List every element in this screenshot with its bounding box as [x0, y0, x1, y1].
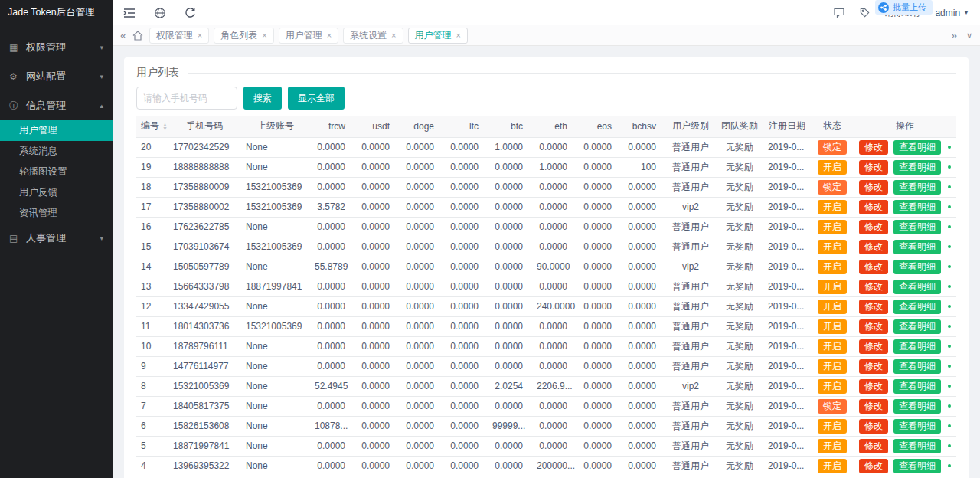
view-detail-button[interactable]: 查看明细	[893, 359, 941, 374]
edit-button[interactable]: 修改	[859, 419, 888, 434]
clipped-action-button[interactable]	[948, 464, 951, 467]
clipped-action-button[interactable]	[948, 305, 951, 308]
batch-upload-button[interactable]: 批量上传	[875, 0, 933, 15]
sidebar-item[interactable]: ▦权限管理▾	[0, 33, 113, 62]
sidebar-item[interactable]: ⚙网站配置▾	[0, 62, 113, 91]
view-detail-button[interactable]: 查看明细	[893, 140, 941, 155]
clipped-action-button[interactable]	[948, 285, 951, 288]
home-icon[interactable]	[132, 31, 143, 41]
sort-icon[interactable]: ▲▼	[162, 123, 168, 130]
status-toggle-button[interactable]: 开启	[818, 160, 847, 175]
clipped-action-button[interactable]	[948, 146, 951, 149]
language-globe-icon[interactable]	[154, 7, 166, 19]
clipped-action-button[interactable]	[948, 205, 951, 208]
edit-button[interactable]: 修改	[859, 339, 888, 354]
status-toggle-button[interactable]: 开启	[818, 379, 847, 394]
sidebar-item[interactable]: ⓘ信息管理▴	[0, 91, 113, 120]
edit-button[interactable]: 修改	[859, 240, 888, 254]
search-button[interactable]: 搜索	[243, 87, 282, 110]
clipped-action-button[interactable]	[948, 365, 951, 368]
status-toggle-button[interactable]: 锁定	[818, 140, 847, 155]
tabs-scroll-right-icon[interactable]: »	[951, 30, 957, 41]
tab[interactable]: 用户管理×	[408, 28, 468, 44]
clipped-action-button[interactable]	[948, 185, 951, 188]
sidebar-subitem[interactable]: 轮播图设置	[0, 162, 113, 182]
status-toggle-button[interactable]: 开启	[818, 339, 847, 354]
clipped-action-button[interactable]	[948, 385, 951, 388]
view-detail-button[interactable]: 查看明细	[893, 160, 941, 175]
status-toggle-button[interactable]: 开启	[818, 419, 847, 434]
edit-button[interactable]: 修改	[859, 220, 888, 234]
status-toggle-button[interactable]: 开启	[818, 280, 847, 294]
status-toggle-button[interactable]: 开启	[818, 240, 847, 254]
phone-search-input[interactable]	[136, 87, 237, 110]
message-icon[interactable]	[833, 7, 845, 18]
clipped-action-button[interactable]	[948, 404, 951, 408]
status-toggle-button[interactable]: 开启	[818, 260, 847, 274]
view-detail-button[interactable]: 查看明细	[893, 180, 941, 195]
view-detail-button[interactable]: 查看明细	[893, 399, 941, 414]
close-icon[interactable]: ×	[391, 31, 396, 40]
clipped-action-button[interactable]	[948, 325, 951, 328]
tabs-menu-icon[interactable]: ∨	[966, 31, 972, 40]
tag-icon[interactable]	[859, 7, 871, 18]
clipped-action-button[interactable]	[948, 424, 951, 427]
sidebar-item[interactable]: ▤人事管理▾	[0, 224, 113, 253]
tab[interactable]: 角色列表×	[214, 28, 273, 44]
edit-button[interactable]: 修改	[859, 359, 888, 374]
edit-button[interactable]: 修改	[859, 260, 888, 274]
view-detail-button[interactable]: 查看明细	[893, 200, 941, 214]
sidebar-subitem[interactable]: 用户管理	[0, 120, 113, 141]
close-icon[interactable]: ×	[327, 31, 332, 40]
sidebar-subitem[interactable]: 系统消息	[0, 141, 113, 162]
edit-button[interactable]: 修改	[859, 280, 888, 294]
view-detail-button[interactable]: 查看明细	[893, 439, 941, 453]
status-toggle-button[interactable]: 开启	[818, 459, 847, 473]
clipped-action-button[interactable]	[948, 265, 951, 268]
tab[interactable]: 权限管理×	[149, 28, 209, 44]
status-toggle-button[interactable]: 锁定	[818, 180, 847, 195]
edit-button[interactable]: 修改	[859, 180, 888, 195]
refresh-icon[interactable]	[185, 7, 196, 18]
edit-button[interactable]: 修改	[859, 160, 888, 175]
status-toggle-button[interactable]: 锁定	[818, 399, 847, 414]
sidebar-subitem[interactable]: 用户反馈	[0, 182, 113, 203]
edit-button[interactable]: 修改	[859, 319, 888, 334]
close-icon[interactable]: ×	[262, 31, 266, 40]
edit-button[interactable]: 修改	[859, 300, 888, 314]
clipped-action-button[interactable]	[948, 225, 951, 228]
status-toggle-button[interactable]: 开启	[818, 439, 847, 453]
status-toggle-button[interactable]: 开启	[818, 359, 847, 374]
clipped-action-button[interactable]	[948, 444, 951, 447]
view-detail-button[interactable]: 查看明细	[893, 260, 941, 274]
view-detail-button[interactable]: 查看明细	[893, 319, 941, 334]
close-icon[interactable]: ×	[198, 31, 202, 40]
sidebar-subitem[interactable]: 资讯管理	[0, 203, 113, 224]
view-detail-button[interactable]: 查看明细	[893, 280, 941, 294]
status-toggle-button[interactable]: 开启	[818, 220, 847, 234]
collapse-menu-icon[interactable]	[123, 8, 136, 18]
edit-button[interactable]: 修改	[859, 399, 888, 414]
clipped-action-button[interactable]	[948, 165, 951, 169]
clipped-action-button[interactable]	[948, 345, 951, 348]
edit-button[interactable]: 修改	[859, 200, 888, 214]
status-toggle-button[interactable]: 开启	[818, 300, 847, 314]
view-detail-button[interactable]: 查看明细	[893, 300, 941, 314]
view-detail-button[interactable]: 查看明细	[893, 419, 941, 434]
edit-button[interactable]: 修改	[859, 459, 888, 473]
tab[interactable]: 系统设置×	[343, 28, 403, 44]
edit-button[interactable]: 修改	[859, 140, 888, 155]
status-toggle-button[interactable]: 开启	[818, 200, 847, 214]
view-detail-button[interactable]: 查看明细	[893, 379, 941, 394]
tab[interactable]: 用户管理×	[279, 28, 338, 44]
view-detail-button[interactable]: 查看明细	[893, 339, 941, 354]
status-toggle-button[interactable]: 开启	[818, 319, 847, 334]
edit-button[interactable]: 修改	[859, 379, 888, 394]
show-all-button[interactable]: 显示全部	[288, 87, 345, 110]
view-detail-button[interactable]: 查看明细	[893, 240, 941, 254]
close-icon[interactable]: ×	[456, 31, 461, 40]
clipped-action-button[interactable]	[948, 245, 951, 248]
tabs-scroll-left-icon[interactable]: «	[120, 30, 126, 41]
view-detail-button[interactable]: 查看明细	[893, 220, 941, 234]
view-detail-button[interactable]: 查看明细	[893, 459, 941, 473]
